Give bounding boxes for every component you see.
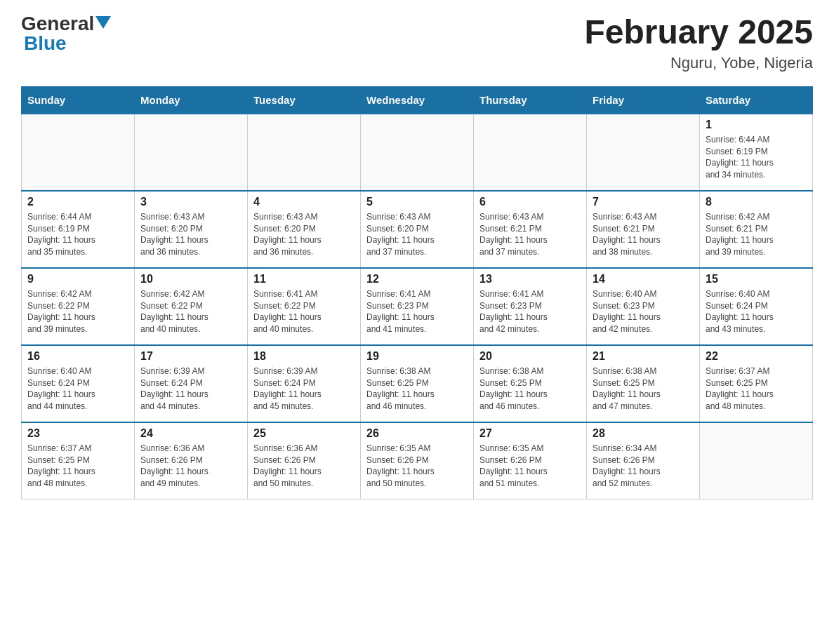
day-number: 1	[706, 119, 807, 131]
day-info: Sunrise: 6:44 AMSunset: 6:19 PMDaylight:…	[27, 211, 128, 258]
calendar-cell: 7Sunrise: 6:43 AMSunset: 6:21 PMDaylight…	[587, 191, 700, 268]
calendar-cell: 19Sunrise: 6:38 AMSunset: 6:25 PMDayligh…	[361, 345, 474, 422]
logo-blue-text: Blue	[24, 34, 67, 53]
calendar-cell: 16Sunrise: 6:40 AMSunset: 6:24 PMDayligh…	[22, 345, 135, 422]
day-number: 19	[366, 350, 468, 363]
calendar-cell: 28Sunrise: 6:34 AMSunset: 6:26 PMDayligh…	[587, 422, 700, 499]
calendar-cell: 2Sunrise: 6:44 AMSunset: 6:19 PMDaylight…	[22, 191, 135, 268]
calendar-subtitle: Nguru, Yobe, Nigeria	[584, 54, 813, 72]
calendar-cell: 18Sunrise: 6:39 AMSunset: 6:24 PMDayligh…	[248, 345, 361, 422]
calendar-cell: 13Sunrise: 6:41 AMSunset: 6:23 PMDayligh…	[474, 268, 587, 345]
day-number: 22	[706, 350, 807, 363]
day-info: Sunrise: 6:42 AMSunset: 6:22 PMDaylight:…	[140, 288, 241, 335]
calendar-cell: 25Sunrise: 6:36 AMSunset: 6:26 PMDayligh…	[248, 422, 361, 499]
day-info: Sunrise: 6:38 AMSunset: 6:25 PMDaylight:…	[479, 365, 581, 412]
day-info: Sunrise: 6:37 AMSunset: 6:25 PMDaylight:…	[27, 443, 128, 490]
calendar-cell: 3Sunrise: 6:43 AMSunset: 6:20 PMDaylight…	[135, 191, 248, 268]
calendar-title: February 2025	[584, 14, 813, 51]
calendar-cell: 21Sunrise: 6:38 AMSunset: 6:25 PMDayligh…	[587, 345, 700, 422]
day-header-monday: Monday	[135, 86, 248, 114]
calendar-cell: 14Sunrise: 6:40 AMSunset: 6:23 PMDayligh…	[587, 268, 700, 345]
day-number: 15	[706, 273, 807, 286]
day-number: 14	[593, 273, 694, 286]
header-row: SundayMondayTuesdayWednesdayThursdayFrid…	[22, 86, 813, 114]
calendar-cell: 20Sunrise: 6:38 AMSunset: 6:25 PMDayligh…	[474, 345, 587, 422]
calendar-cell: 5Sunrise: 6:43 AMSunset: 6:20 PMDaylight…	[361, 191, 474, 268]
day-header-sunday: Sunday	[22, 86, 135, 114]
day-header-saturday: Saturday	[700, 86, 813, 114]
day-number: 4	[253, 196, 355, 208]
calendar-cell: 12Sunrise: 6:41 AMSunset: 6:23 PMDayligh…	[361, 268, 474, 345]
day-number: 8	[706, 196, 807, 208]
logo-general-text: General	[21, 14, 94, 34]
day-info: Sunrise: 6:38 AMSunset: 6:25 PMDaylight:…	[366, 365, 468, 412]
day-number: 6	[479, 196, 581, 208]
calendar-cell	[361, 114, 474, 191]
calendar-cell: 15Sunrise: 6:40 AMSunset: 6:24 PMDayligh…	[700, 268, 813, 345]
calendar-cell: 1Sunrise: 6:44 AMSunset: 6:19 PMDaylight…	[700, 114, 813, 191]
logo-arrow-icon	[95, 16, 111, 29]
calendar-cell: 11Sunrise: 6:41 AMSunset: 6:22 PMDayligh…	[248, 268, 361, 345]
calendar-cell	[22, 114, 135, 191]
calendar-cell: 26Sunrise: 6:35 AMSunset: 6:26 PMDayligh…	[361, 422, 474, 499]
day-number: 27	[479, 427, 581, 440]
logo: General Blue	[21, 14, 111, 53]
day-info: Sunrise: 6:39 AMSunset: 6:24 PMDaylight:…	[140, 365, 241, 412]
day-number: 23	[27, 427, 128, 440]
calendar-cell	[248, 114, 361, 191]
day-number: 16	[27, 350, 128, 363]
day-number: 13	[479, 273, 581, 286]
calendar-cell: 17Sunrise: 6:39 AMSunset: 6:24 PMDayligh…	[135, 345, 248, 422]
day-header-friday: Friday	[587, 86, 700, 114]
week-row-4: 16Sunrise: 6:40 AMSunset: 6:24 PMDayligh…	[22, 345, 813, 422]
day-info: Sunrise: 6:41 AMSunset: 6:22 PMDaylight:…	[253, 288, 355, 335]
day-info: Sunrise: 6:34 AMSunset: 6:26 PMDaylight:…	[593, 443, 694, 490]
day-number: 3	[140, 196, 241, 208]
calendar-table: SundayMondayTuesdayWednesdayThursdayFrid…	[21, 86, 813, 500]
day-info: Sunrise: 6:43 AMSunset: 6:21 PMDaylight:…	[593, 211, 694, 258]
day-info: Sunrise: 6:35 AMSunset: 6:26 PMDaylight:…	[479, 443, 581, 490]
calendar-cell: 4Sunrise: 6:43 AMSunset: 6:20 PMDaylight…	[248, 191, 361, 268]
day-info: Sunrise: 6:44 AMSunset: 6:19 PMDaylight:…	[706, 134, 807, 181]
day-info: Sunrise: 6:41 AMSunset: 6:23 PMDaylight:…	[479, 288, 581, 335]
day-info: Sunrise: 6:36 AMSunset: 6:26 PMDaylight:…	[140, 443, 241, 490]
day-number: 9	[27, 273, 128, 286]
calendar-cell: 24Sunrise: 6:36 AMSunset: 6:26 PMDayligh…	[135, 422, 248, 499]
week-row-1: 1Sunrise: 6:44 AMSunset: 6:19 PMDaylight…	[22, 114, 813, 191]
calendar-cell	[587, 114, 700, 191]
day-number: 25	[253, 427, 355, 440]
day-info: Sunrise: 6:41 AMSunset: 6:23 PMDaylight:…	[366, 288, 468, 335]
day-info: Sunrise: 6:43 AMSunset: 6:21 PMDaylight:…	[479, 211, 581, 258]
calendar-cell: 8Sunrise: 6:42 AMSunset: 6:21 PMDaylight…	[700, 191, 813, 268]
day-number: 28	[593, 427, 694, 440]
day-number: 20	[479, 350, 581, 363]
calendar-cell	[700, 422, 813, 499]
title-section: February 2025 Nguru, Yobe, Nigeria	[584, 14, 813, 72]
day-info: Sunrise: 6:43 AMSunset: 6:20 PMDaylight:…	[253, 211, 355, 258]
day-info: Sunrise: 6:40 AMSunset: 6:23 PMDaylight:…	[593, 288, 694, 335]
day-number: 11	[253, 273, 355, 286]
day-number: 7	[593, 196, 694, 208]
week-row-5: 23Sunrise: 6:37 AMSunset: 6:25 PMDayligh…	[22, 422, 813, 499]
day-number: 17	[140, 350, 241, 363]
calendar-cell: 27Sunrise: 6:35 AMSunset: 6:26 PMDayligh…	[474, 422, 587, 499]
page-header: General Blue February 2025 Nguru, Yobe, …	[21, 14, 813, 72]
calendar-cell: 23Sunrise: 6:37 AMSunset: 6:25 PMDayligh…	[22, 422, 135, 499]
day-info: Sunrise: 6:39 AMSunset: 6:24 PMDaylight:…	[253, 365, 355, 412]
day-info: Sunrise: 6:35 AMSunset: 6:26 PMDaylight:…	[366, 443, 468, 490]
day-header-tuesday: Tuesday	[248, 86, 361, 114]
day-number: 5	[366, 196, 468, 208]
day-number: 18	[253, 350, 355, 363]
day-info: Sunrise: 6:42 AMSunset: 6:22 PMDaylight:…	[27, 288, 128, 335]
day-number: 21	[593, 350, 694, 363]
day-info: Sunrise: 6:42 AMSunset: 6:21 PMDaylight:…	[706, 211, 807, 258]
day-header-thursday: Thursday	[474, 86, 587, 114]
calendar-cell: 9Sunrise: 6:42 AMSunset: 6:22 PMDaylight…	[22, 268, 135, 345]
day-info: Sunrise: 6:37 AMSunset: 6:25 PMDaylight:…	[706, 365, 807, 412]
day-header-wednesday: Wednesday	[361, 86, 474, 114]
week-row-3: 9Sunrise: 6:42 AMSunset: 6:22 PMDaylight…	[22, 268, 813, 345]
day-number: 10	[140, 273, 241, 286]
day-number: 24	[140, 427, 241, 440]
day-info: Sunrise: 6:43 AMSunset: 6:20 PMDaylight:…	[366, 211, 468, 258]
day-info: Sunrise: 6:40 AMSunset: 6:24 PMDaylight:…	[706, 288, 807, 335]
